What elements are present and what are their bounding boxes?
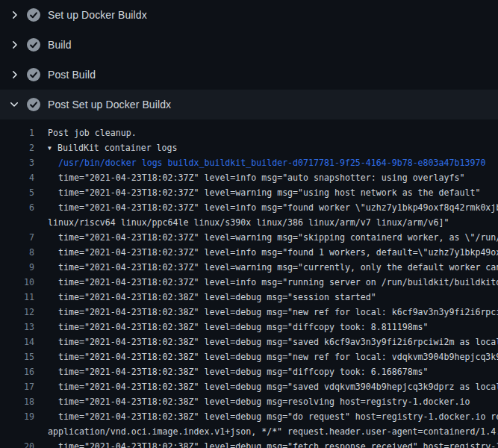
log-line-number[interactable]: 4: [0, 170, 34, 185]
check-circle-icon: [27, 38, 40, 52]
log-line-text: time="2021-04-23T18:02:38Z" level=debug …: [34, 394, 470, 409]
log-line-number[interactable]: 7: [0, 230, 34, 245]
log-line: 9time="2021-04-23T18:02:37Z" level=warni…: [0, 260, 498, 275]
log-line-number[interactable]: 3: [0, 155, 34, 170]
log-line-number: [0, 424, 34, 439]
log-line-text: Post job cleanup.: [34, 125, 137, 140]
log-line-text: linux/riscv64 linux/ppc64le linux/s390x …: [34, 215, 449, 230]
log-line-number[interactable]: 12: [0, 305, 34, 320]
log-line-text: time="2021-04-23T18:02:38Z" level=debug …: [34, 290, 376, 305]
log-line-number[interactable]: 11: [0, 290, 34, 305]
log-line-text: time="2021-04-23T18:02:38Z" level=debug …: [34, 320, 429, 335]
step-label: Build: [48, 39, 72, 51]
log-line-number[interactable]: 13: [0, 320, 34, 335]
log-line-text: time="2021-04-23T18:02:37Z" level=info m…: [34, 275, 498, 290]
log-line-text: time="2021-04-23T18:02:37Z" level=warnin…: [34, 260, 498, 275]
log-line-text: time="2021-04-23T18:02:37Z" level=warnin…: [34, 185, 480, 200]
log-line-number[interactable]: 19: [0, 409, 34, 424]
log-line-number[interactable]: 6: [0, 200, 34, 215]
log-line: 1Post job cleanup.: [0, 125, 498, 140]
log-line: 18time="2021-04-23T18:02:38Z" level=debu…: [0, 394, 498, 409]
step-label: Post Build: [48, 69, 96, 81]
log-line-number[interactable]: 18: [0, 394, 34, 409]
log-line: 15time="2021-04-23T18:02:38Z" level=debu…: [0, 349, 498, 364]
log-line-text: time="2021-04-23T18:02:38Z" level=debug …: [34, 409, 498, 424]
log-line: 16time="2021-04-23T18:02:38Z" level=debu…: [0, 364, 498, 379]
log-line-number[interactable]: 5: [0, 185, 34, 200]
log-line-number[interactable]: 1: [0, 125, 34, 140]
log-line: linux/riscv64 linux/ppc64le linux/s390x …: [0, 215, 498, 230]
log-group-title: BuildKit container logs: [57, 143, 178, 153]
log-viewer: 1Post job cleanup.2▼BuildKit container l…: [0, 119, 498, 448]
log-command-text: /usr/bin/docker logs buildx_buildkit_bui…: [34, 155, 485, 170]
log-line-text: time="2021-04-23T18:02:38Z" level=debug …: [34, 349, 498, 364]
step-row-set-up-docker-buildx[interactable]: Set up Docker Buildx: [0, 0, 498, 30]
log-line-number[interactable]: 14: [0, 335, 34, 349]
log-line: 2▼BuildKit container logs: [0, 140, 498, 155]
step-row-build[interactable]: Build: [0, 30, 498, 60]
check-circle-icon: [27, 8, 40, 22]
disclosure-triangle-icon[interactable]: ▼: [48, 141, 57, 155]
log-line-text: time="2021-04-23T18:02:37Z" level=info m…: [34, 170, 464, 185]
log-line: 11time="2021-04-23T18:02:38Z" level=debu…: [0, 290, 498, 305]
log-line: 12time="2021-04-23T18:02:38Z" level=debu…: [0, 305, 498, 320]
step-row-post-set-up-docker-buildx[interactable]: Post Set up Docker Buildx: [0, 90, 498, 119]
log-line-text: time="2021-04-23T18:02:38Z" level=debug …: [34, 305, 498, 320]
log-line: 10time="2021-04-23T18:02:37Z" level=info…: [0, 275, 498, 290]
log-line-text: time="2021-04-23T18:02:37Z" level=info m…: [34, 200, 498, 215]
log-line: 3/usr/bin/docker logs buildx_buildkit_bu…: [0, 155, 498, 170]
chevron-right-icon[interactable]: [8, 69, 20, 81]
log-line-number[interactable]: 17: [0, 379, 34, 394]
log-line: 17time="2021-04-23T18:02:38Z" level=debu…: [0, 379, 498, 394]
log-line-text: time="2021-04-23T18:02:37Z" level=warnin…: [34, 230, 498, 245]
log-line-number[interactable]: 2: [0, 140, 34, 155]
chevron-right-icon[interactable]: [8, 9, 20, 21]
log-line-text: time="2021-04-23T18:02:38Z" level=debug …: [34, 335, 498, 349]
log-line-number[interactable]: 20: [0, 439, 34, 448]
log-line-text: time="2021-04-23T18:02:38Z" level=debug …: [34, 379, 498, 394]
log-line-text: time="2021-04-23T18:02:37Z" level=info m…: [34, 245, 498, 260]
log-line: 14time="2021-04-23T18:02:38Z" level=debu…: [0, 335, 498, 349]
chevron-right-icon[interactable]: [8, 39, 20, 51]
log-line: 6time="2021-04-23T18:02:37Z" level=info …: [0, 200, 498, 215]
log-line-number: [0, 215, 34, 230]
log-group-toggle[interactable]: ▼BuildKit container logs: [34, 140, 178, 155]
log-line-text: application/vnd.oci.image.index.v1+json,…: [34, 424, 498, 439]
log-line-number[interactable]: 10: [0, 275, 34, 290]
chevron-down-icon[interactable]: [8, 99, 20, 111]
steps-list: Set up Docker BuildxBuildPost BuildPost …: [0, 0, 498, 119]
log-line-text: time="2021-04-23T18:02:38Z" level=debug …: [34, 364, 429, 379]
check-circle-icon: [27, 98, 40, 111]
log-line: 4time="2021-04-23T18:02:37Z" level=info …: [0, 170, 498, 185]
step-label: Post Set up Docker Buildx: [48, 99, 171, 111]
step-row-post-build[interactable]: Post Build: [0, 60, 498, 90]
log-line-number[interactable]: 8: [0, 245, 34, 260]
step-label: Set up Docker Buildx: [48, 9, 147, 21]
log-line: 5time="2021-04-23T18:02:37Z" level=warni…: [0, 185, 498, 200]
log-line-number[interactable]: 9: [0, 260, 34, 275]
log-line-text: time="2021-04-23T18:02:38Z" level=debug …: [34, 439, 498, 448]
log-line: 7time="2021-04-23T18:02:37Z" level=warni…: [0, 230, 498, 245]
log-line: application/vnd.oci.image.index.v1+json,…: [0, 424, 498, 439]
log-line: 13time="2021-04-23T18:02:38Z" level=debu…: [0, 320, 498, 335]
log-line: 20time="2021-04-23T18:02:38Z" level=debu…: [0, 439, 498, 448]
log-line: 19time="2021-04-23T18:02:38Z" level=debu…: [0, 409, 498, 424]
log-line-number[interactable]: 16: [0, 364, 34, 379]
log-line: 8time="2021-04-23T18:02:37Z" level=info …: [0, 245, 498, 260]
check-circle-icon: [27, 68, 40, 81]
log-line-number[interactable]: 15: [0, 349, 34, 364]
